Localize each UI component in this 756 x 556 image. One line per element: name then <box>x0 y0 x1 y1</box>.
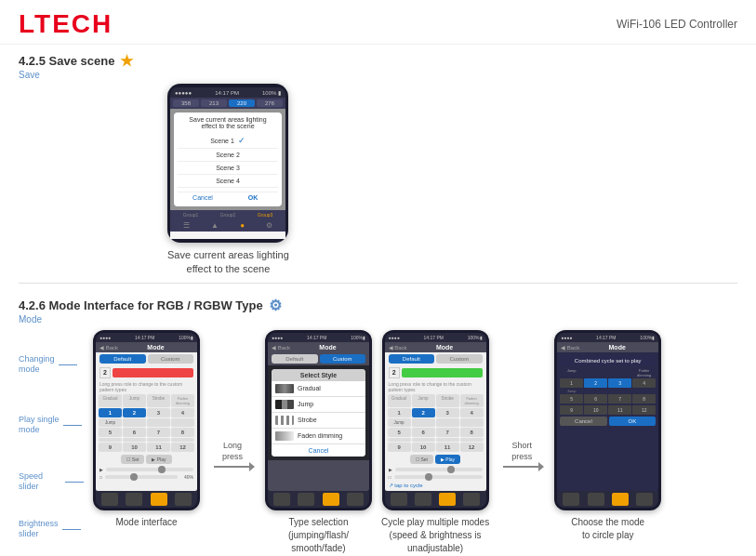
phone-mode-3-wrapper: ●●●● 14:17 PM 100%▮ ◀ Back Mode Default … <box>381 330 489 555</box>
toggle-custom-3[interactable]: Custom <box>436 354 483 364</box>
speed-slider-label: Speed slider <box>19 471 84 492</box>
style-item-jump[interactable]: Jump <box>272 397 365 413</box>
mode-top-bar-1: ◀ Back Mode <box>96 342 197 352</box>
header-title: WiFi-106 LED Controller <box>617 18 737 31</box>
cycle-cancel-btn[interactable]: Cancel <box>560 417 607 426</box>
mode-bottom-btns-3: ☐ Set ▶ Play <box>385 453 486 466</box>
scene-cancel-btn[interactable]: Cancel <box>178 192 228 203</box>
section-divider <box>19 283 737 284</box>
combined-cycle-title: Combined cycle set to play <box>560 355 656 366</box>
set-btn-3[interactable]: ☐ Set <box>410 455 433 464</box>
brightness-thumb-3[interactable] <box>425 473 432 481</box>
cycle-cell-7[interactable]: 7 <box>608 394 631 404</box>
cycle-cell-9[interactable]: 9 <box>560 405 583 415</box>
phone-mode-2-header: ●●●● 14:17 PM 100%▮ <box>268 333 369 342</box>
cycle-cell-1[interactable]: 1 <box>560 378 583 388</box>
phone-mode-1-header: ●●●● 14:17 PM 100%▮ <box>96 333 197 342</box>
cycle-ok-btn[interactable]: OK <box>609 417 657 426</box>
save-label: Save <box>0 70 756 80</box>
cycle-cell-10[interactable]: 10 <box>584 405 607 415</box>
set-btn-1[interactable]: ☐ Set <box>121 455 144 464</box>
scene-item-4: Scene 4 <box>178 175 278 188</box>
style-dialog-title: Select Style <box>272 369 365 381</box>
mode-toggle-1: Default Custom <box>96 352 197 365</box>
speed-thumb-1[interactable] <box>158 466 166 473</box>
fade-swatch <box>275 431 294 441</box>
phone-425-caption: Save current areas lightingeffect to the… <box>167 248 289 277</box>
style-cancel-btn[interactable]: Cancel <box>272 444 365 457</box>
play-btn-1[interactable]: ▶ Play <box>146 455 171 464</box>
speed-slider-1: ▶ <box>96 466 197 473</box>
scene-dialog: Save current areas lightingeffect to the… <box>170 109 285 210</box>
brightness-slider-label: Brightnessslider <box>19 519 84 539</box>
toggle-default-2[interactable]: Default <box>272 354 318 364</box>
style-item-strobe[interactable]: Strobe <box>272 413 365 429</box>
brightness-slider-3: □ <box>385 473 486 481</box>
cycle-cell-3[interactable]: 3 <box>608 378 631 388</box>
phone-425-wrapper: ●●●●● 14:17 PM 100% ▮ 358 213 220 276 Sa… <box>167 84 289 277</box>
mode-section: Changingmode Play singlemode Speed slide… <box>0 330 756 555</box>
cycle-buttons: Cancel OK <box>560 417 656 426</box>
mode-toggle-3: Default Custom <box>385 352 486 365</box>
mode-grid-1: Gradual Jump Strobe Faden dimming 1 2 3 … <box>96 393 197 453</box>
arrow-line-1 <box>214 466 251 468</box>
toggle-custom-1[interactable]: Custom <box>148 354 194 364</box>
brightness-track-1[interactable] <box>105 475 178 479</box>
phone-mode-3-screen: ◀ Back Mode Default Custom 2 Long press … <box>385 342 486 491</box>
cycle-cell-11[interactable]: 11 <box>608 405 631 415</box>
arrow-line-2 <box>503 466 540 468</box>
cycle-hint: ↗ tap to cycle <box>385 481 486 489</box>
speed-thumb-3[interactable] <box>447 466 455 473</box>
style-item-gradual[interactable]: Gradual <box>272 381 365 397</box>
save-scene-content: ●●●●● 14:17 PM 100% ▮ 358 213 220 276 Sa… <box>19 84 737 277</box>
phone-mode-4-wrapper: ●●●● 14:17 PM 100%▮ ◀ Back Mode Combined… <box>554 330 661 555</box>
toggle-custom-2[interactable]: Custom <box>320 354 366 364</box>
style-item-faden[interactable]: Faden dimming <box>272 429 365 444</box>
combined-cycle-area: Combined cycle set to play Jump Faden di… <box>557 352 658 429</box>
play-btn-3[interactable]: ▶ Play <box>435 455 460 464</box>
toggle-default-1[interactable]: Default <box>99 354 146 364</box>
phone-icon-row: ☰ ▲ ● ⚙ <box>170 219 285 232</box>
phone-mode-2: ●●●● 14:17 PM 100%▮ ◀ Back Mode Default … <box>265 330 372 510</box>
cycle-cell-4[interactable]: 4 <box>632 378 656 388</box>
mode-label: Mode <box>0 314 756 324</box>
check-icon: ✓ <box>238 136 245 145</box>
save-scene-section: ●●●●● 14:17 PM 100% ▮ 358 213 220 276 Sa… <box>0 84 756 277</box>
cycle-label-row: Jump Faden dimming <box>560 368 656 377</box>
phone-mode-3-header: ●●●● 14:17 PM 100%▮ <box>385 333 486 342</box>
star-icon: ★ <box>120 52 133 70</box>
phone-425: ●●●●● 14:17 PM 100% ▮ 358 213 220 276 Sa… <box>167 84 288 243</box>
phone-mode-4-screen: ◀ Back Mode Combined cycle set to play J… <box>557 342 658 491</box>
phone-mode-2-caption: Type selection(jumping/flash/smooth/fade… <box>288 516 349 555</box>
section-426-title: 4.2.6 Mode Interface for RGB / RGBW Type… <box>0 289 756 316</box>
mode-section-content: Changingmode Play singlemode Speed slide… <box>19 330 737 555</box>
arrow-long-press: Longpress <box>209 330 256 555</box>
cycle-cell-2[interactable]: 2 <box>584 378 607 388</box>
scene-dialog-inner: Save current areas lightingeffect to the… <box>174 113 282 206</box>
brightness-slider-1: □ 40% <box>96 473 197 481</box>
mode-grid-3: Gradual Jump Strobe Faden dimming 1 2 3 … <box>385 393 486 453</box>
phone-group-icons: Group1 Group2 Group3 <box>170 210 285 219</box>
phone-425-screen: Save current areas lightingeffect to the… <box>170 109 285 239</box>
scene-ok-btn[interactable]: OK <box>228 192 278 203</box>
phone-mode-2-screen: ◀ Back Mode Default Custom Select Style <box>268 342 369 491</box>
scene-item-1: Scene 1 ✓ <box>178 133 278 149</box>
page-header: LTECH WiFi-106 LED Controller <box>0 0 756 45</box>
brightness-track-3[interactable] <box>394 475 483 479</box>
speed-track-3[interactable] <box>395 468 483 471</box>
phone-mode-4-caption: Choose the modeto circle play <box>571 516 644 542</box>
toggle-default-3[interactable]: Default <box>389 354 435 364</box>
arrow-short-press: Shortpress <box>498 330 545 555</box>
style-dialog: Select Style Gradual Jump <box>268 365 369 460</box>
short-press-label: Shortpress <box>511 441 532 462</box>
changing-mode-label: Changingmode <box>19 354 84 375</box>
speed-track-1[interactable] <box>106 468 193 471</box>
strobe-swatch <box>275 416 294 425</box>
cycle-cell-8[interactable]: 8 <box>632 394 656 404</box>
cycle-cell-6[interactable]: 6 <box>584 394 607 404</box>
mode-labels-left: Changingmode Play singlemode Speed slide… <box>19 330 84 555</box>
mode-bottom-btns-1: ☐ Set ▶ Play <box>96 453 197 466</box>
brightness-thumb-1[interactable] <box>130 473 138 481</box>
cycle-cell-5[interactable]: 5 <box>560 394 583 404</box>
cycle-cell-12[interactable]: 12 <box>632 405 656 415</box>
